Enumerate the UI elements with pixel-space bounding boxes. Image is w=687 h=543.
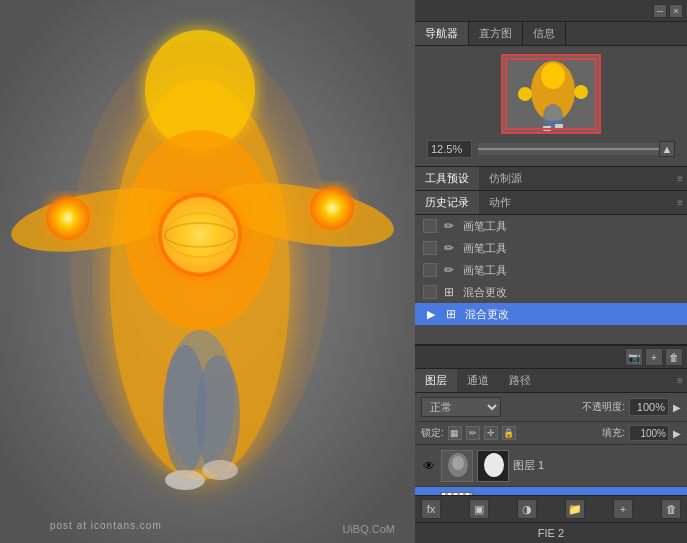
history-item-4[interactable]: ⊞ 混合更改 (415, 281, 687, 303)
blend-mode-select[interactable]: 正常 (421, 397, 501, 417)
close-btn[interactable]: × (669, 4, 683, 18)
fill-input[interactable]: 100% (629, 425, 669, 441)
watermark: post at icontans.com (50, 520, 162, 531)
tab-info[interactable]: 信息 (523, 22, 566, 45)
layer-list: 👁 图层 1 👁 (415, 445, 687, 495)
layer-eye-1[interactable]: 👁 (421, 458, 437, 474)
tab-tool-presets[interactable]: 工具预设 (415, 167, 479, 190)
layer-name-1: 图层 1 (513, 458, 544, 473)
layer-item-1[interactable]: 👁 图层 1 (415, 445, 687, 487)
history-icon-5: ⊞ (443, 306, 459, 322)
opacity-input[interactable]: 100% (629, 398, 669, 416)
tab-channels[interactable]: 通道 (457, 369, 499, 392)
history-play-icon: ▶ (423, 306, 439, 322)
lock-move-btn[interactable]: ✛ (484, 426, 498, 440)
history-tab-bar: 历史记录 动作 ≡ (415, 191, 687, 215)
navigator-thumbnail[interactable] (501, 54, 601, 134)
history-panel-arrow[interactable]: ≡ (677, 197, 683, 208)
history-icon-3: ✏ (441, 262, 457, 278)
history-checkbox-4[interactable] (423, 285, 437, 299)
panel-menu-arrow[interactable]: ≡ (677, 173, 683, 184)
canvas-area: post at icontans.com UiBQ.CoM (0, 0, 415, 543)
top-toolbar: ─ × (415, 0, 687, 22)
zoom-slider[interactable] (478, 143, 659, 155)
minimize-btn[interactable]: ─ (653, 4, 667, 18)
layer-thumb-2 (441, 492, 473, 496)
bottom-text: UiBQ.CoM (342, 523, 395, 535)
svg-point-20 (541, 63, 565, 89)
layer-delete-btn[interactable]: 🗑 (661, 499, 681, 519)
history-label-2: 画笔工具 (463, 241, 507, 256)
layer-fx-btn[interactable]: fx (421, 499, 441, 519)
tool-presets-bar: 工具预设 仿制源 ≡ (415, 167, 687, 191)
fill-label: 填充: (602, 426, 625, 440)
svg-point-17 (70, 40, 330, 480)
layer-toolbar: fx ▣ ◑ 📁 + 🗑 (415, 495, 687, 522)
svg-point-23 (574, 85, 588, 99)
tab-layers[interactable]: 图层 (415, 369, 457, 392)
history-checkbox-3[interactable] (423, 263, 437, 277)
canvas-svg (0, 0, 415, 543)
svg-rect-25 (543, 126, 551, 131)
layers-tab-bar: 图层 通道 路径 ≡ (415, 369, 687, 393)
layers-controls: 正常 不透明度: 100% ▶ (415, 393, 687, 422)
history-item-3[interactable]: ✏ 画笔工具 (415, 259, 687, 281)
history-new-snapshot-btn[interactable]: 📷 (625, 348, 643, 366)
lock-row: 锁定: ▦ ✏ ✛ 🔒 填充: 100% ▶ (415, 422, 687, 445)
history-checkbox-1[interactable] (423, 219, 437, 233)
zoom-input[interactable]: 12.5% (427, 140, 472, 158)
svg-rect-26 (555, 124, 563, 129)
layer-item-2[interactable]: 👁 图层 2 (415, 487, 687, 495)
history-new-state-btn[interactable]: + (645, 348, 663, 366)
thumbnail-svg (503, 56, 601, 132)
opacity-label: 不透明度: (582, 400, 625, 414)
svg-point-31 (484, 453, 504, 477)
lock-label: 锁定: (421, 426, 444, 440)
layer-mask-1 (477, 450, 509, 482)
navigator-tab-bar: 导航器 直方图 信息 (415, 22, 687, 46)
history-label-1: 画笔工具 (463, 219, 507, 234)
history-icon-4: ⊞ (441, 284, 457, 300)
layer-group-btn[interactable]: 📁 (565, 499, 585, 519)
history-label-4: 混合更改 (463, 285, 507, 300)
lock-all-btn[interactable]: 🔒 (502, 426, 516, 440)
history-delete-btn[interactable]: 🗑 (665, 348, 683, 366)
svg-point-22 (518, 87, 532, 101)
svg-point-33 (448, 495, 468, 496)
layer-mask-btn[interactable]: ▣ (469, 499, 489, 519)
fill-arrow[interactable]: ▶ (673, 428, 681, 439)
tab-actions[interactable]: 动作 (479, 191, 521, 214)
history-toolbar: 📷 + 🗑 (415, 345, 687, 369)
history-item-1[interactable]: ✏ 画笔工具 (415, 215, 687, 237)
opacity-arrow[interactable]: ▶ (673, 402, 681, 413)
history-checkbox-2[interactable] (423, 241, 437, 255)
history-label-5: 混合更改 (465, 307, 509, 322)
tab-histogram[interactable]: 直方图 (469, 22, 523, 45)
history-item-5[interactable]: ▶ ⊞ 混合更改 (415, 303, 687, 325)
lock-checkerboard-btn[interactable]: ▦ (448, 426, 462, 440)
svg-point-29 (452, 456, 464, 470)
tab-navigator[interactable]: 导航器 (415, 22, 469, 45)
history-label-3: 画笔工具 (463, 263, 507, 278)
zoom-in-btn[interactable]: ▲ (659, 141, 675, 157)
zoom-row: 12.5% ▲ (423, 140, 679, 158)
history-item-2[interactable]: ✏ 画笔工具 (415, 237, 687, 259)
lock-brush-btn[interactable]: ✏ (466, 426, 480, 440)
layer-adjustment-btn[interactable]: ◑ (517, 499, 537, 519)
navigator-content: 12.5% ▲ (415, 46, 687, 167)
tab-history[interactable]: 历史记录 (415, 191, 479, 214)
layer-new-btn[interactable]: + (613, 499, 633, 519)
history-icon-1: ✏ (441, 218, 457, 234)
tab-clone-source[interactable]: 仿制源 (479, 167, 532, 190)
layers-panel-arrow[interactable]: ≡ (677, 375, 683, 386)
fie2-label: FIE 2 (415, 522, 687, 543)
history-list: ✏ 画笔工具 ✏ 画笔工具 ✏ 画笔工具 ⊞ 混合更改 ▶ ⊞ 混合更改 (415, 215, 687, 345)
history-icon-2: ✏ (441, 240, 457, 256)
tab-paths[interactable]: 路径 (499, 369, 541, 392)
layer-thumb-1 (441, 450, 473, 482)
